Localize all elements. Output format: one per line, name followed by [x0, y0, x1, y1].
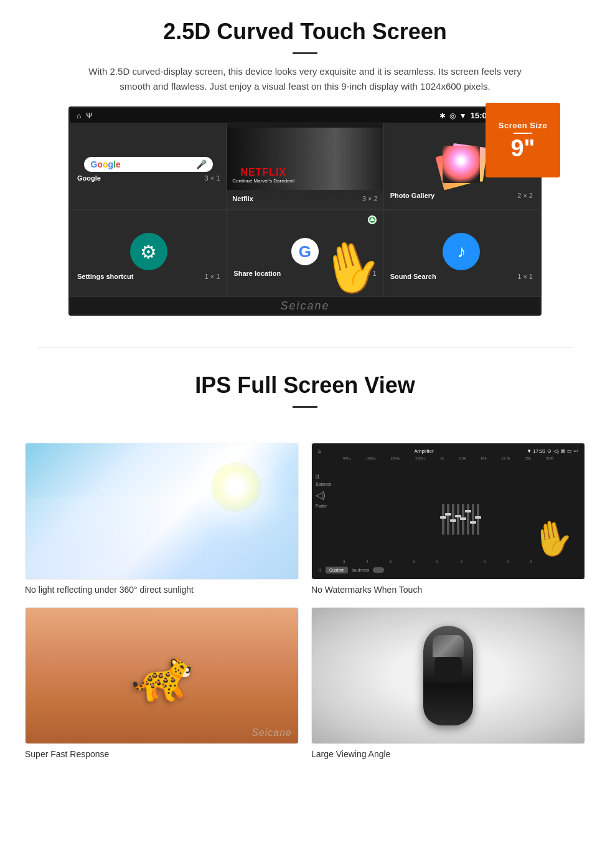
amp-status-icons: ▼ 17:33 ⊙◁)⊠▭↩	[527, 448, 578, 454]
home-icon[interactable]: ⌂	[77, 111, 81, 120]
netflix-app-name: Netflix	[232, 195, 253, 202]
touch-hand-icon: ✋	[528, 515, 578, 562]
section-curved: 2.5D Curved Touch Screen With 2.5D curve…	[0, 0, 610, 328]
mic-icon[interactable]: 🎤	[196, 159, 207, 169]
car-roof	[434, 657, 462, 682]
settings-label-row: Settings shortcut 1 × 1	[77, 273, 220, 280]
amp-freq-labels: 60hz100hz200hz500hz1k2.5k10k12.5k15kSUB	[316, 455, 581, 461]
screen-size-badge: Screen Size 9"	[486, 103, 560, 177]
location-icon: ◎	[449, 111, 456, 120]
badge-size: 9"	[510, 136, 535, 160]
amp-topbar: ⌂ Amplifier ▼ 17:33 ⊙◁)⊠▭↩	[316, 447, 581, 455]
section1-desc: With 2.5D curved-display screen, this de…	[87, 64, 523, 94]
image-grid: No light reflecting under 360° direct su…	[0, 430, 610, 771]
app-cell-sound[interactable]: ♪ Sound Search 1 × 1	[383, 210, 540, 297]
section2-divider	[293, 406, 317, 408]
amp-body: ||| Balance ◁) Fader	[316, 461, 581, 559]
sound-icon-wrap: ♪	[443, 233, 480, 270]
sound-label-row: Sound Search 1 × 1	[390, 273, 533, 280]
cheetah-image: 🐆 Seicane	[25, 607, 299, 744]
app-cell-settings[interactable]: ⚙ Settings shortcut 1 × 1	[70, 210, 227, 297]
section1-divider	[293, 52, 317, 54]
amplifier-caption: No Watermarks When Touch	[311, 585, 585, 595]
slider-4[interactable]	[457, 504, 459, 535]
amp-left-labels: ||| Balance ◁) Fader	[316, 461, 340, 559]
gear-icon: ⚙	[140, 241, 157, 263]
wifi-icon: ▼	[459, 111, 467, 120]
slider-3[interactable]	[452, 504, 454, 535]
amp-back-icon[interactable]: ⟨⟨	[318, 568, 322, 573]
app-grid-row1: Google 🎤 Google 3 × 1 ▶	[70, 123, 540, 210]
seicane-overlay: Seicane	[251, 727, 292, 738]
netflix-thumbnail: ▶ NETFLIX Continue Marvel's Daredevil	[227, 128, 382, 190]
app-cell-google[interactable]: Google 🎤 Google 3 × 1	[70, 123, 227, 210]
app-cell-netflix[interactable]: ▶ NETFLIX Continue Marvel's Daredevil Ne…	[227, 123, 383, 210]
amp-sliders	[442, 485, 479, 535]
bluetooth-icon: ✱	[439, 111, 446, 120]
car-image	[311, 607, 585, 744]
sound-app-size: 1 × 1	[517, 273, 533, 280]
usb-icon: Ψ	[86, 111, 92, 120]
status-bar: ⌂ Ψ ✱ ◎ ▼ 15:06 ⊙ ◁) ⊠ ▭	[70, 108, 540, 123]
screen-wrapper: Screen Size 9" ⌂ Ψ ✱ ◎ ▼ 15:06 ⊙ ◁) ⊠	[68, 106, 542, 316]
amp-bottom-bar: ⟨⟨ Custom loudness	[316, 565, 581, 575]
gallery-label-row: Photo Gallery 2 × 2	[390, 192, 533, 199]
slider-5[interactable]	[462, 504, 464, 535]
section-ips: IPS Full Screen View	[0, 366, 610, 430]
toggle-track	[373, 567, 384, 573]
settings-icon-wrap: ⚙	[130, 233, 167, 270]
sunlight-image	[25, 443, 299, 580]
google-logo: Google	[90, 159, 120, 169]
google-app-size: 3 × 1	[205, 174, 220, 182]
cheetah-caption: Super Fast Response	[25, 749, 299, 759]
settings-app-name: Settings shortcut	[77, 273, 133, 280]
slider-6[interactable]	[467, 504, 469, 535]
seicane-watermark: Seicane	[70, 297, 540, 314]
car-top-view	[411, 620, 486, 732]
img-card-sunlight: No light reflecting under 360° direct su…	[25, 443, 299, 595]
gallery-app-name: Photo Gallery	[390, 192, 435, 199]
custom-button[interactable]: Custom	[326, 567, 348, 573]
status-left-icons: ⌂ Ψ	[77, 111, 92, 120]
flower-photo	[443, 146, 480, 183]
car-caption: Large Viewing Angle	[311, 749, 585, 759]
photo-stack	[436, 139, 486, 189]
sunlight-caption: No light reflecting under 360° direct su…	[25, 585, 299, 595]
badge-label: Screen Size	[499, 121, 548, 130]
slider-2[interactable]	[447, 504, 449, 535]
hand-touch-icon: ✋	[314, 215, 383, 296]
gallery-app-size: 2 × 2	[517, 192, 533, 199]
google-app-name: Google	[77, 174, 101, 182]
netflix-logo-text: NETFLIX	[232, 167, 294, 178]
sound-app-name: Sound Search	[390, 273, 436, 280]
google-search-bar[interactable]: Google 🎤	[84, 157, 212, 172]
app-cell-share[interactable]: G ✋ Share location 1 × 1	[227, 210, 383, 297]
amplifier-image: ⌂ Amplifier ▼ 17:33 ⊙◁)⊠▭↩ 60hz100hz200h…	[311, 443, 585, 580]
slider-8[interactable]	[477, 504, 479, 535]
android-screen: ⌂ Ψ ✱ ◎ ▼ 15:06 ⊙ ◁) ⊠ ▭	[68, 106, 542, 316]
section-divider-line	[37, 347, 573, 347]
loudness-toggle[interactable]	[373, 567, 384, 573]
netflix-app-size: 3 × 2	[362, 195, 378, 202]
hand-icon: ✋	[314, 231, 383, 297]
img-card-car: Large Viewing Angle	[311, 607, 585, 759]
netflix-brand: NETFLIX Continue Marvel's Daredevil	[232, 167, 294, 184]
img-card-amplifier: ⌂ Amplifier ▼ 17:33 ⊙◁)⊠▭↩ 60hz100hz200h…	[311, 443, 585, 595]
amp-home-icon: ⌂	[318, 448, 321, 454]
amp-title: Amplifier	[414, 448, 433, 454]
settings-app-size: 1 × 1	[205, 273, 220, 280]
section1-title: 2.5D Curved Touch Screen	[37, 19, 573, 45]
car-windshield	[433, 635, 464, 657]
app-grid-row2: ⚙ Settings shortcut 1 × 1 G	[70, 210, 540, 297]
img-card-cheetah: 🐆 Seicane Super Fast Response	[25, 607, 299, 759]
slider-1[interactable]	[442, 504, 444, 535]
google-label-row: Google 3 × 1	[77, 174, 220, 182]
music-note-icon: ♪	[457, 242, 466, 262]
share-app-name: Share location	[233, 270, 281, 277]
netflix-label-row: Netflix 3 × 2	[227, 192, 382, 205]
section2-title: IPS Full Screen View	[37, 372, 573, 399]
slider-7[interactable]	[472, 504, 474, 535]
badge-divider	[514, 133, 532, 134]
netflix-subtitle: Continue Marvel's Daredevil	[232, 178, 294, 184]
loudness-label: loudness	[352, 568, 369, 572]
